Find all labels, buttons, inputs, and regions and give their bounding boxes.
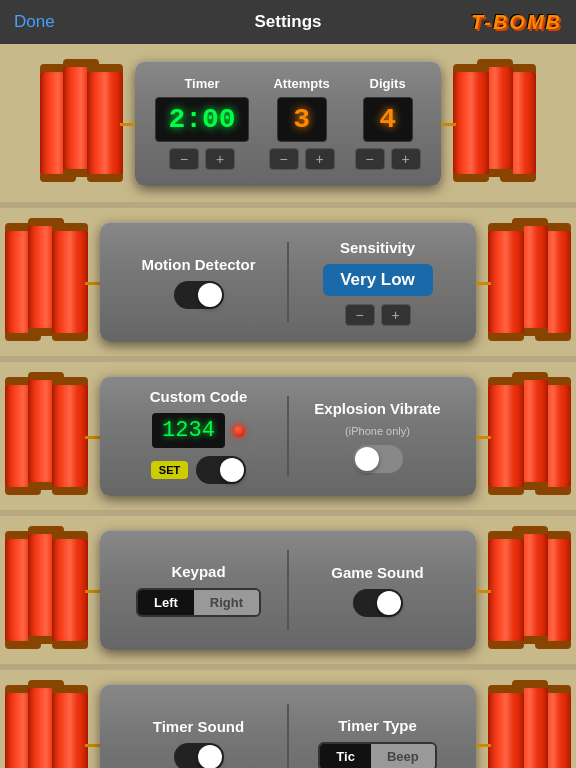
dynamite-stick [488, 381, 524, 491]
wire [476, 590, 491, 593]
sensitivity-minus-button[interactable]: − [345, 304, 375, 326]
dynamite-stick [87, 68, 123, 178]
digits-label: Digits [370, 76, 406, 91]
wire [85, 436, 100, 439]
sensitivity-plus-button[interactable]: + [381, 304, 411, 326]
timer-label: Timer [184, 76, 219, 91]
row-motion: Motion Detector Sensitivity Very Low − + [0, 212, 576, 352]
motion-detector-toggle[interactable] [174, 281, 224, 309]
custom-code-display: 1234 [152, 413, 225, 448]
attempts-display: 3 [277, 97, 327, 142]
sticks-left-1 [35, 58, 135, 188]
motion-left: Motion Detector [110, 256, 287, 309]
done-button[interactable]: Done [14, 12, 55, 32]
dynamite-stick [488, 227, 524, 337]
header: Done Settings T-BOMB [0, 0, 576, 44]
wire [120, 123, 135, 126]
keypad-title: Keypad [171, 563, 225, 580]
sticks-left-3 [0, 371, 100, 501]
app-logo: T-BOMB [471, 11, 562, 34]
motion-panel: Motion Detector Sensitivity Very Low − + [100, 222, 476, 342]
dynamite-stick [52, 381, 88, 491]
attempts-label: Attempts [273, 76, 329, 91]
timer-type-right: Timer Type Tic Beep [289, 717, 466, 768]
dynamite-stick [52, 227, 88, 337]
row-keypad: Keypad Left Right Game Sound [0, 520, 576, 660]
game-sound-right: Game Sound [289, 564, 466, 617]
timer-plus-button[interactable]: + [205, 148, 235, 170]
explosion-vibrate-toggle[interactable] [353, 445, 403, 473]
keypad-segmented: Left Right [136, 588, 261, 617]
digits-stepper: − + [355, 148, 421, 170]
attempts-unit: Attempts 3 − + [269, 76, 335, 170]
sticks-right-1 [441, 58, 541, 188]
keypad-panel-content: Keypad Left Right Game Sound [100, 540, 476, 640]
dynamite-stick [488, 535, 524, 645]
timer-panel: Timer 2:00 − + Attempts 3 − + Digits 4 [135, 61, 440, 186]
timer-sound-panel-content: Timer Sound Timer Type Tic Beep [100, 694, 476, 768]
sticks-left-5 [0, 679, 100, 768]
game-sound-title: Game Sound [331, 564, 424, 581]
timer-sound-left: Timer Sound [110, 718, 287, 769]
motion-panel-content: Motion Detector Sensitivity Very Low − + [100, 229, 476, 336]
keypad-left: Keypad Left Right [110, 563, 287, 617]
attempts-minus-button[interactable]: − [269, 148, 299, 170]
explosion-vibrate-title: Explosion Vibrate [314, 400, 440, 417]
digits-unit: Digits 4 − + [355, 76, 421, 170]
timer-stepper: − + [169, 148, 235, 170]
header-title: Settings [254, 12, 321, 32]
keypad-panel: Keypad Left Right Game Sound [100, 530, 476, 650]
sticks-right-2 [476, 217, 576, 347]
sensitivity-title: Sensitivity [340, 239, 415, 256]
wire [441, 123, 456, 126]
row-timer: Timer 2:00 − + Attempts 3 − + Digits 4 [0, 48, 576, 198]
attempts-plus-button[interactable]: + [305, 148, 335, 170]
keypad-right-option[interactable]: Right [194, 590, 259, 615]
wire [476, 744, 491, 747]
sticks-right-4 [476, 525, 576, 655]
sensitivity-right: Sensitivity Very Low − + [289, 239, 466, 326]
custom-code-panel: Custom Code 1234 SET Explosion Vibrate (… [100, 376, 476, 496]
dynamite-stick [488, 689, 524, 768]
timer-minus-button[interactable]: − [169, 148, 199, 170]
sticks-right-5 [476, 679, 576, 768]
timer-type-segmented: Tic Beep [318, 742, 436, 768]
wire [476, 282, 491, 285]
digits-display: 4 [363, 97, 413, 142]
sensitivity-stepper: − + [345, 304, 411, 326]
timer-sound-toggle[interactable] [174, 743, 224, 769]
digits-minus-button[interactable]: − [355, 148, 385, 170]
wire [85, 282, 100, 285]
game-sound-toggle[interactable] [353, 589, 403, 617]
timer-type-beep-option[interactable]: Beep [371, 744, 435, 768]
timer-sound-title: Timer Sound [153, 718, 244, 735]
digits-plus-button[interactable]: + [391, 148, 421, 170]
sticks-left-2 [0, 217, 100, 347]
row-custom-code: Custom Code 1234 SET Explosion Vibrate (… [0, 366, 576, 506]
sticks-left-4 [0, 525, 100, 655]
content: Timer 2:00 − + Attempts 3 − + Digits 4 [0, 44, 576, 768]
wire [85, 590, 100, 593]
timer-type-tic-option[interactable]: Tic [320, 744, 371, 768]
keypad-left-option[interactable]: Left [138, 590, 194, 615]
code-row: 1234 [152, 413, 245, 448]
attempts-stepper: − + [269, 148, 335, 170]
code-controls: SET [151, 456, 246, 484]
custom-code-panel-content: Custom Code 1234 SET Explosion Vibrate (… [100, 378, 476, 494]
custom-code-left: Custom Code 1234 SET [110, 388, 287, 484]
motion-detector-title: Motion Detector [141, 256, 255, 273]
timer-type-title: Timer Type [338, 717, 417, 734]
sticks-right-3 [476, 371, 576, 501]
wire [476, 436, 491, 439]
dynamite-stick [453, 68, 489, 178]
dynamite-stick [52, 535, 88, 645]
timer-sound-panel: Timer Sound Timer Type Tic Beep [100, 684, 476, 768]
sensitivity-value: Very Low [323, 264, 433, 296]
set-button[interactable]: SET [151, 461, 188, 479]
wire [85, 744, 100, 747]
dynamite-stick [52, 689, 88, 768]
timer-unit: Timer 2:00 − + [155, 76, 248, 170]
custom-code-toggle[interactable] [196, 456, 246, 484]
custom-code-title: Custom Code [150, 388, 248, 405]
row-timer-sound: Timer Sound Timer Type Tic Beep [0, 674, 576, 768]
